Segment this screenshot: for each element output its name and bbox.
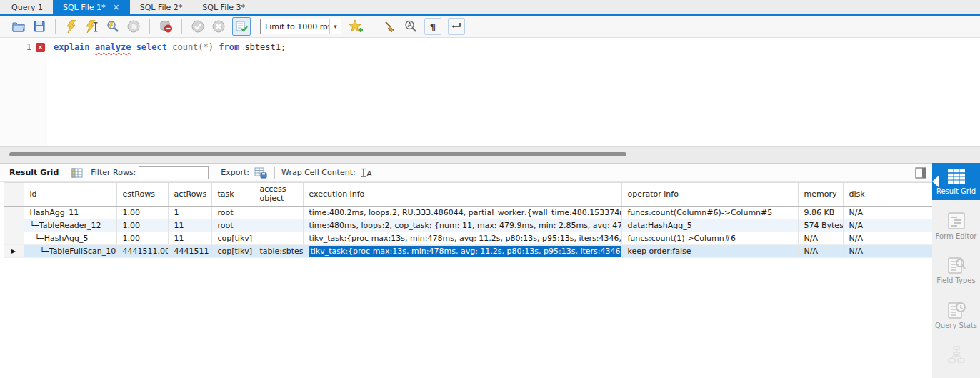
toggle-invisible-characters-icon[interactable]: ¶ <box>424 18 441 35</box>
horizontal-scrollbar-thumb[interactable] <box>9 152 626 156</box>
grid-options-icon[interactable] <box>71 168 83 178</box>
sidebar-result-grid-button[interactable]: Result Grid <box>932 163 980 200</box>
toggle-autocommit-icon[interactable] <box>232 17 251 36</box>
column-header-actrows[interactable]: actRows <box>168 183 211 207</box>
table-row[interactable]: └─TableReader_12 1.00 11 root time:480ms… <box>4 219 932 232</box>
cell-execution-info[interactable]: time:480.2ms, loops:2, RU:333.486044, pa… <box>303 207 621 219</box>
cell-actrows[interactable]: 11 <box>168 232 211 245</box>
cell-access-object[interactable] <box>254 232 303 245</box>
column-header-task[interactable]: task <box>211 183 254 207</box>
cell-memory[interactable]: 574 Bytes <box>798 219 843 232</box>
toggle-stop-on-error-icon[interactable] <box>159 19 173 34</box>
beautify-script-icon[interactable] <box>383 19 397 34</box>
table-row[interactable]: HashAgg_11 1.00 1 root time:480.2ms, loo… <box>4 207 932 219</box>
column-header-operator-info[interactable]: operator info <box>621 183 798 207</box>
cell-id[interactable]: HashAgg_11 <box>24 207 116 219</box>
table-row[interactable]: └─HashAgg_5 1.00 11 cop[tikv] tikv_task:… <box>4 232 932 245</box>
open-script-icon[interactable] <box>11 19 26 34</box>
explain-plan-icon[interactable] <box>106 19 120 34</box>
table-row-selected[interactable]: ▶ └─TableFullScan_10 4441511.00 4441511 … <box>4 245 932 258</box>
limit-rows-dropdown[interactable]: Limit to 1000 rows ▾ <box>260 19 341 34</box>
cell-execution-info[interactable]: time:480ms, loops:2, cop_task: {num: 11,… <box>303 219 621 232</box>
rollback-transaction-icon[interactable] <box>211 19 226 34</box>
column-header-execution-info[interactable]: execution info <box>303 183 621 207</box>
cell-memory[interactable]: N/A <box>798 245 843 258</box>
tab-sql-file-2[interactable]: SQL File 2* <box>130 0 193 14</box>
column-header-access-object[interactable]: access object <box>254 183 303 207</box>
sidebar-query-stats-button[interactable]: Query Stats <box>932 296 980 334</box>
cell-operator-info[interactable]: funcs:count(1)->Column#6 <box>621 232 798 245</box>
toggle-word-wrap-icon[interactable] <box>448 18 465 35</box>
wrap-cell-content-icon[interactable]: A <box>361 168 372 178</box>
cell-access-object[interactable]: table:sbtest1 <box>254 245 303 258</box>
cell-estrows[interactable]: 1.00 <box>116 232 168 245</box>
cell-execution-info-selected[interactable]: tikv_task:{proc max:13s, min:478ms, avg:… <box>303 245 621 258</box>
column-header-id[interactable]: id <box>24 183 116 207</box>
sidebar-form-editor-button[interactable]: Form Editor <box>932 207 980 245</box>
cell-operator-info[interactable]: funcs:count(Column#6)->Column#5 <box>621 207 798 219</box>
row-selector-current[interactable]: ▶ <box>4 245 24 258</box>
cell-execution-info[interactable]: tikv_task:{proc max:13s, min:478ms, avg:… <box>303 232 621 245</box>
row-selector[interactable] <box>4 232 24 245</box>
cell-estrows[interactable]: 1.00 <box>116 219 168 232</box>
cell-actrows[interactable]: 4441511 <box>168 245 211 258</box>
cell-id[interactable]: └─TableReader_12 <box>24 219 116 232</box>
close-icon[interactable]: × <box>113 3 120 11</box>
execute-current-statement-icon[interactable] <box>85 19 99 34</box>
chevron-down-icon[interactable]: ▾ <box>329 19 341 34</box>
cell-memory[interactable]: N/A <box>798 232 843 245</box>
cell-task[interactable]: cop[tikv] <box>211 232 254 245</box>
cell-operator-info[interactable]: data:HashAgg_5 <box>621 219 798 232</box>
wrap-cell-content-label: Wrap Cell Content: <box>281 168 356 177</box>
cell-task[interactable]: root <box>211 219 254 232</box>
toolbar-separator <box>149 19 150 34</box>
cell-actrows[interactable]: 11 <box>168 219 211 232</box>
cell-id[interactable]: └─HashAgg_5 <box>24 232 116 245</box>
commit-transaction-icon[interactable] <box>191 19 205 34</box>
sql-editor[interactable]: 1 × explain analyze select count(*) from… <box>0 39 980 146</box>
cell-estrows[interactable]: 4441511.00 <box>116 245 168 258</box>
cell-disk[interactable]: N/A <box>843 207 932 219</box>
tab-sql-file-1[interactable]: SQL File 1* × <box>53 0 130 14</box>
toolbar-separator <box>64 167 64 179</box>
export-icon[interactable] <box>254 167 267 179</box>
result-grid-toolbar: Result Grid Filter Rows: Export: Wrap Ce… <box>0 163 932 182</box>
cell-disk[interactable]: N/A <box>843 232 932 245</box>
execute-script-icon[interactable] <box>64 19 79 34</box>
toggle-side-panel-icon[interactable] <box>915 167 926 179</box>
result-grid-table: id estRows actRows task access object ex… <box>4 182 933 258</box>
row-selector[interactable] <box>4 207 24 219</box>
cell-access-object[interactable] <box>254 219 303 232</box>
save-snippet-icon[interactable] <box>348 19 365 34</box>
cell-memory[interactable]: 9.86 KB <box>798 207 843 219</box>
filter-rows-input[interactable] <box>139 166 209 179</box>
save-script-icon[interactable] <box>32 19 46 34</box>
cell-operator-info[interactable]: keep order:false <box>621 245 798 258</box>
cell-disk[interactable]: N/A <box>843 245 932 258</box>
find-icon[interactable]: A <box>404 19 418 34</box>
cell-id[interactable]: └─TableFullScan_10 <box>24 245 116 258</box>
sidebar-field-types-button[interactable]: Field Types <box>932 251 980 289</box>
cell-task[interactable]: cop[tikv] <box>211 245 254 258</box>
cell-task[interactable]: root <box>211 207 254 219</box>
cell-disk[interactable]: N/A <box>843 219 932 232</box>
toolbar-separator <box>274 167 275 179</box>
row-selector[interactable] <box>4 219 24 232</box>
toolbar-separator <box>214 167 214 179</box>
grid-header-row: id estRows actRows task access object ex… <box>4 183 932 207</box>
tab-label: Query 1 <box>11 3 43 12</box>
result-grid-title: Result Grid <box>9 168 59 177</box>
column-header-memory[interactable]: memory <box>798 183 843 207</box>
column-header-disk[interactable]: disk <box>843 183 932 207</box>
stop-execution-icon[interactable] <box>126 19 141 34</box>
form-editor-icon <box>946 212 966 230</box>
toolbar-separator <box>374 19 374 34</box>
sql-statement: explain analyze select count(*) from sbt… <box>54 42 286 52</box>
sidebar-execution-plan-button[interactable] <box>932 340 980 368</box>
cell-access-object[interactable] <box>254 207 303 219</box>
cell-actrows[interactable]: 1 <box>168 207 211 219</box>
tab-query-1[interactable]: Query 1 <box>0 0 53 14</box>
tab-sql-file-3[interactable]: SQL File 3* <box>192 0 255 14</box>
cell-estrows[interactable]: 1.00 <box>116 207 168 219</box>
column-header-estrows[interactable]: estRows <box>116 183 168 207</box>
